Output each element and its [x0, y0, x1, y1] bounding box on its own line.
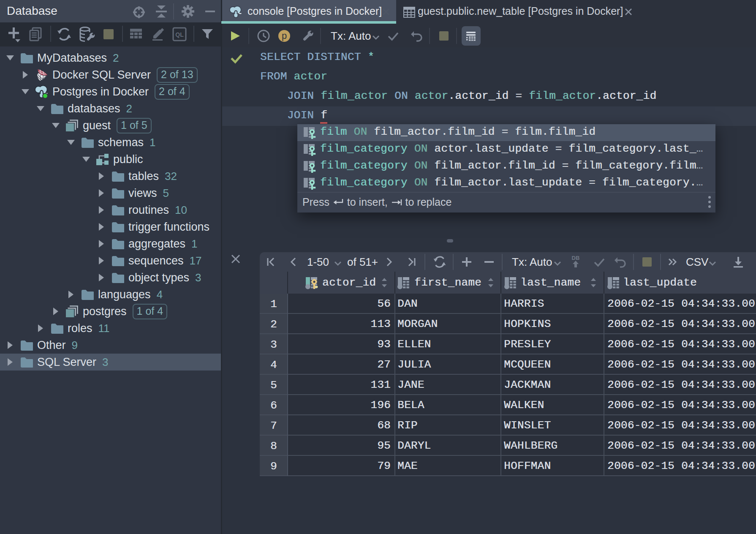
svg-text:p: p	[282, 30, 287, 41]
svg-text:QL: QL	[175, 31, 184, 38]
svg-text:DB: DB	[572, 255, 580, 261]
